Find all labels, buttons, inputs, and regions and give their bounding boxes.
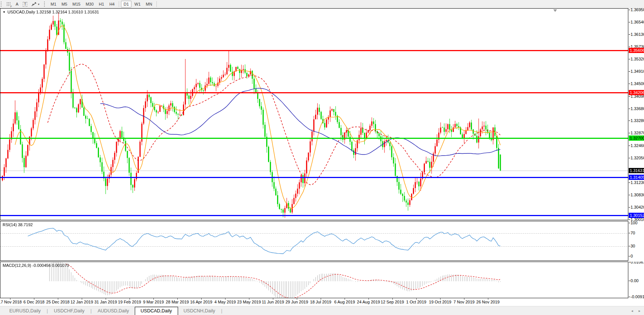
tab-usdchf-daily[interactable]: USDCHF,Daily [48,307,90,315]
tab-scroll-right-button[interactable]: ► [638,309,641,313]
level-price-badge: 1.30152 [629,213,644,218]
price-tick-label: 1.32870 [631,131,644,135]
rsi-axis[interactable]: 10070300 [629,221,644,261]
date-label: 4 May 2019 [214,300,236,304]
price-axis[interactable]: 1.369501.365401.361301.357301.353201.349… [629,8,644,220]
level-price-badge: 1.34206 [629,90,644,95]
date-label: 24 Aug 2019 [357,300,380,304]
macd-tick-label: 0.010615 [631,262,644,265]
price-tick-label: 1.31230 [631,180,644,185]
fibonacci-grid-tool-button[interactable]: F [5,1,13,7]
arrows-icon [31,2,37,7]
tab-separator: | [221,308,222,314]
price-tick-label: 1.30830 [631,193,644,197]
text-box-tool-button[interactable]: T [21,1,29,7]
tab-separator: | [90,308,91,314]
rsi-panel[interactable]: RSI(14) 38.7192 [0,221,628,261]
timeframe-w1-button[interactable]: W1 [132,1,143,7]
rsi-tick-label: 70 [631,231,635,236]
date-label: 9 Mar 2019 [143,300,164,304]
date-label: 18 Jul 2019 [310,300,332,304]
macd-axis[interactable]: 0.0106150.00-0.009185 [629,262,644,298]
timeframe-m15-button[interactable]: M15 [70,1,83,7]
macd-panel[interactable]: MACD(12,26,9) -0.000456 0.001070 [0,262,628,298]
date-label: 29 Jun 2019 [286,300,308,304]
timeframe-h1-button[interactable]: H1 [97,1,106,7]
chart-tab-bar: EURUSD,Daily | USDCHF,Daily | AUDUSD,Dai… [0,306,644,315]
rsi-indicator-label: RSI(14) 38.7192 [3,222,33,227]
chart-title-text: USDCAD,Daily 1.32158 1.32164 1.31610 1.3… [7,10,99,14]
price-tick-label: 1.34500 [631,81,644,86]
tab-usdcad-daily[interactable]: USDCAD,Daily [135,307,178,315]
toolbar: F A T ▾ M1 M5 M15 M30 H1 H4 D1 W1 MN [0,0,644,9]
date-label: 19 Feb 2019 [118,300,141,304]
timeframe-mn-button[interactable]: MN [144,1,155,7]
text-label-tool-button[interactable]: A [13,1,21,7]
tab-usdcnh-daily[interactable]: USDCNH,Daily [178,307,221,315]
tab-separator: | [47,308,48,314]
text-box-icon: T [23,2,27,7]
date-label: 16 Apr 2019 [190,300,212,304]
chart-shift-marker[interactable] [553,9,557,12]
price-tick-label: 1.36540 [631,20,644,25]
toolbar-drag-handle[interactable] [1,1,3,7]
rsi-tick-label: 30 [631,244,635,249]
tab-scroll-left-button[interactable]: ◄ [631,309,634,313]
level-line-1.32700[interactable] [0,138,628,139]
date-label: 1 Oct 2019 [406,300,426,304]
date-label: 17 Nov 2018 [0,300,22,304]
macd-canvas[interactable] [0,262,628,298]
date-label: 23 May 2019 [237,300,261,304]
tab-eurusd-daily[interactable]: EURUSD,Daily [4,307,46,315]
toolbar-separator [156,1,157,7]
date-axis[interactable]: 17 Nov 20186 Dec 201825 Dec 201812 Jan 2… [0,298,628,306]
macd-indicator-label: MACD(12,26,9) -0.000456 0.001070 [3,263,69,268]
macd-tick-label: -0.009185 [631,294,644,298]
price-tick-label: 1.32460 [631,143,644,148]
timeframe-m1-button[interactable]: M1 [48,1,58,7]
level-line-1.35606[interactable] [0,50,628,51]
date-label: 25 Dec 2018 [46,300,69,304]
main-chart-canvas[interactable] [0,9,628,220]
arrows-tool-button[interactable]: ▾ [29,1,41,7]
price-tick-label: 1.36950 [631,7,644,12]
timeframe-group-drag-handle[interactable] [44,1,46,7]
symbol-dropdown-icon[interactable]: ▼ [3,10,6,14]
rsi-tick-label: 0 [631,254,633,259]
timeframe-m5-button[interactable]: M5 [59,1,69,7]
date-label: 28 Mar 2019 [166,300,189,304]
level-line-1.30152[interactable] [0,215,628,216]
rsi-canvas[interactable] [0,221,628,261]
date-label: 12 Sep 2019 [381,300,404,304]
date-label: 6 Aug 2019 [334,300,355,304]
date-label: 26 Nov 2019 [476,300,500,304]
rsi-tick-label: 100 [631,221,637,225]
price-tick-label: 1.33680 [631,106,644,111]
price-tick-label: 1.34910 [631,69,644,74]
level-line-1.31405[interactable] [0,177,628,178]
timeframe-d1-button[interactable]: D1 [121,1,131,7]
mt4-window: F A T ▾ M1 M5 M15 M30 H1 H4 D1 W1 MN ▼ U… [0,0,644,315]
toolbar-separator [119,1,119,7]
price-tick-label: 1.30420 [631,205,644,210]
level-price-badge: 1.32700 [629,135,644,141]
arrows-dropdown-caret-icon[interactable]: ▾ [38,3,39,6]
main-price-panel[interactable]: ▼ USDCAD,Daily 1.32158 1.32164 1.31610 1… [0,8,628,220]
price-tick-label: 1.32050 [631,156,644,160]
date-label: 31 Jan 2019 [94,300,117,304]
date-label: 7 Nov 2019 [454,300,475,304]
tab-scrollers: ◄ ► [631,306,641,315]
level-line-1.34206[interactable] [0,92,628,93]
timeframe-h4-button[interactable]: H4 [107,1,117,7]
timeframe-m30-button[interactable]: M30 [83,1,96,7]
tab-audusd-daily[interactable]: AUDUSD,Daily [92,307,135,315]
date-label: 11 Jun 2019 [262,300,284,304]
macd-tick-label: 0.00 [631,278,638,283]
price-tick-label: 1.35320 [631,57,644,62]
date-label: 6 Dec 2018 [24,300,44,304]
date-label: 19 Oct 2019 [429,300,451,304]
price-tick-label: 1.33280 [631,118,644,123]
dotted-grid-f-icon: F [6,2,11,7]
chart-title: ▼ USDCAD,Daily 1.32158 1.32164 1.31610 1… [3,10,99,14]
price-tick-label: 1.36130 [631,32,644,37]
